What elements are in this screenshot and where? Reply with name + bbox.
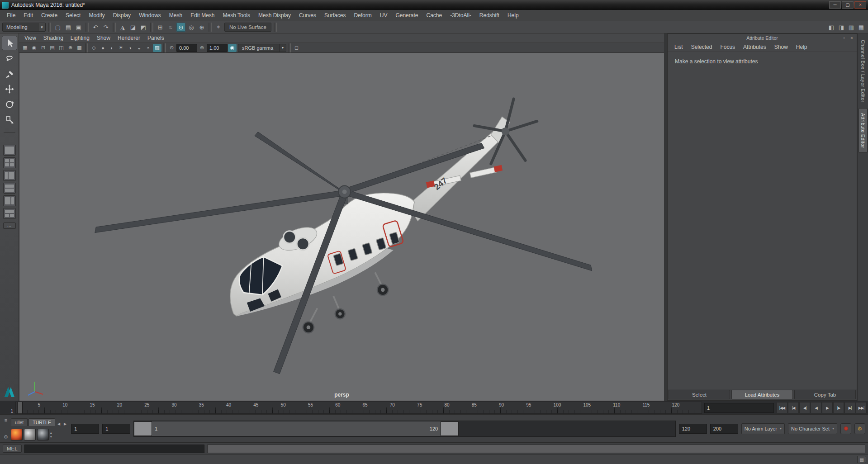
- toolbar-group-divider[interactable]: [274, 23, 277, 32]
- layout-persp-uv-button[interactable]: [3, 208, 16, 219]
- paint-selection-tool-icon[interactable]: [2, 66, 17, 81]
- image-plane-icon[interactable]: ◫: [57, 44, 66, 52]
- close-button[interactable]: ×: [854, 1, 866, 9]
- menu-item-mesh-tools[interactable]: Mesh Tools: [219, 11, 254, 20]
- lock-camera-icon[interactable]: ◉: [30, 44, 38, 52]
- layout-hypershade-persp-button[interactable]: [3, 195, 16, 206]
- tab-attribute-editor[interactable]: Attribute Editor: [859, 108, 868, 153]
- go-to-start-button[interactable]: |◀◀: [777, 402, 787, 413]
- ae-menu-help[interactable]: Help: [792, 43, 811, 51]
- gamma-toggle-icon[interactable]: ⊚: [198, 44, 206, 52]
- close-panel-icon[interactable]: ×: [849, 34, 855, 41]
- textured-icon[interactable]: ◐: [108, 44, 116, 52]
- panel-menu-renderer[interactable]: Renderer: [114, 34, 144, 42]
- menu-item-windows[interactable]: Windows: [135, 11, 165, 20]
- exposure-field[interactable]: [176, 44, 197, 52]
- menu-item-uv[interactable]: UV: [376, 11, 392, 20]
- menu-item-cache[interactable]: Cache: [422, 11, 446, 20]
- select-camera-icon[interactable]: ▦: [21, 44, 29, 52]
- menu-set-selector[interactable]: Modeling ▾: [2, 23, 46, 32]
- go-to-end-button[interactable]: ▶▶|: [856, 402, 867, 413]
- copy-tab-button[interactable]: Copy Tab: [794, 390, 856, 399]
- scale-tool-icon[interactable]: [2, 113, 17, 127]
- layout-four-view-button[interactable]: [3, 157, 16, 168]
- new-scene-icon[interactable]: ▢: [53, 23, 62, 32]
- animation-start-field[interactable]: [71, 424, 99, 434]
- select-object-icon[interactable]: ◪: [128, 23, 138, 32]
- oversampling-icon[interactable]: ▩: [75, 44, 84, 52]
- animation-end-field[interactable]: [710, 424, 738, 434]
- exposure-toggle-icon[interactable]: ⊙: [167, 44, 176, 52]
- wireframe-icon[interactable]: ◇: [90, 44, 98, 52]
- maximize-button[interactable]: ▢: [842, 1, 854, 9]
- menu-item-display[interactable]: Display: [109, 11, 135, 20]
- maya-app-icon[interactable]: [2, 2, 9, 9]
- material-sphere-thumbnail[interactable]: [24, 429, 36, 440]
- menu-item-generate[interactable]: Generate: [391, 11, 422, 20]
- menu-item-edit-mesh[interactable]: Edit Mesh: [186, 11, 218, 20]
- command-language-toggle[interactable]: MEL: [3, 445, 22, 453]
- multisample-anti-aliasing-icon[interactable]: ▨: [153, 44, 161, 52]
- shelf-prev-icon[interactable]: ◀: [56, 422, 62, 426]
- panel-menu-show[interactable]: Show: [93, 34, 114, 42]
- step-back-key-button[interactable]: |◀: [788, 402, 799, 413]
- anim-layer-selector[interactable]: No Anim Layer ▾: [741, 423, 785, 434]
- attribute-editor-toggle-icon[interactable]: ◨: [837, 23, 846, 32]
- step-forward-frame-button[interactable]: |▶: [833, 402, 844, 413]
- script-editor-icon[interactable]: ▤: [857, 456, 866, 463]
- menu-item-select[interactable]: Select: [62, 11, 85, 20]
- menu-item-curves[interactable]: Curves: [295, 11, 320, 20]
- undo-icon[interactable]: ↶: [91, 23, 100, 32]
- tab-channel-box-layer-editor[interactable]: Channel Box / Layer Editor: [859, 35, 867, 107]
- render-thumbnail[interactable]: [11, 429, 23, 440]
- shader-sphere-thumbnail[interactable]: [37, 429, 49, 440]
- select-button[interactable]: Select: [669, 390, 730, 399]
- menu-item-file[interactable]: File: [3, 11, 19, 20]
- save-scene-icon[interactable]: ▣: [74, 23, 83, 32]
- move-tool-icon[interactable]: [2, 82, 17, 96]
- select-hierarchy-icon[interactable]: ◮: [118, 23, 127, 32]
- snap-to-curves-icon[interactable]: ≈: [166, 23, 175, 32]
- character-set-selector[interactable]: No Character Set ▾: [788, 423, 837, 434]
- snap-to-projected-center-icon[interactable]: ◎: [187, 23, 196, 32]
- toolbar-group-divider[interactable]: [163, 43, 166, 52]
- grip-icon[interactable]: ≡: [5, 417, 7, 423]
- ae-menu-list[interactable]: List: [670, 43, 687, 51]
- panel-menu-lighting[interactable]: Lighting: [67, 34, 93, 42]
- modeling-toolkit-icon[interactable]: ◧: [827, 23, 836, 32]
- layout-more-button[interactable]: …: [3, 223, 16, 229]
- step-back-frame-button[interactable]: ◀|: [799, 402, 810, 413]
- command-line-output[interactable]: [207, 445, 865, 453]
- stepper-down-icon[interactable]: ▾: [50, 435, 52, 438]
- snap-to-view-planes-icon[interactable]: ⊕: [197, 23, 206, 32]
- menu-item-edit[interactable]: Edit: [19, 11, 37, 20]
- lasso-tool-icon[interactable]: [2, 51, 17, 66]
- dock-panel-icon[interactable]: ▫: [841, 34, 847, 41]
- toolbar-group-divider[interactable]: [48, 23, 51, 32]
- shelf-tab-bullet[interactable]: ullet: [11, 418, 28, 426]
- viewport-3d[interactable]: 247: [19, 53, 664, 401]
- shadows-icon[interactable]: ◑: [126, 44, 134, 52]
- select-tool-icon[interactable]: [2, 36, 17, 50]
- toolbar-group-divider[interactable]: [288, 43, 291, 52]
- minimize-button[interactable]: ─: [829, 1, 841, 9]
- range-end-handle[interactable]: [441, 421, 459, 436]
- smooth-shade-icon[interactable]: ●: [99, 44, 107, 52]
- attribute-editor-titlebar[interactable]: Attribute Editor ▫ ×: [668, 34, 857, 42]
- toolbar-group-divider[interactable]: [85, 43, 88, 52]
- stepper-up-icon[interactable]: ▴: [50, 431, 52, 434]
- menu-item-help[interactable]: Help: [503, 11, 523, 20]
- animation-preferences-icon[interactable]: ⚙: [854, 423, 865, 434]
- snap-to-grids-icon[interactable]: ⊞: [156, 23, 165, 32]
- menu-item-surfaces[interactable]: Surfaces: [320, 11, 350, 20]
- layout-single-pane-button[interactable]: [3, 145, 16, 156]
- menu-item-mesh[interactable]: Mesh: [165, 11, 186, 20]
- play-forwards-button[interactable]: ▶: [822, 402, 833, 413]
- make-live-icon[interactable]: ⌖: [214, 23, 223, 32]
- shelf-tab-turtle[interactable]: TURTLE: [28, 418, 55, 426]
- menu-item-create[interactable]: Create: [37, 11, 62, 20]
- current-frame-field[interactable]: [704, 403, 774, 413]
- channel-box-toggle-icon[interactable]: ▦: [857, 23, 866, 32]
- command-line-input[interactable]: [24, 445, 204, 453]
- menu-item-mesh-display[interactable]: Mesh Display: [254, 11, 295, 20]
